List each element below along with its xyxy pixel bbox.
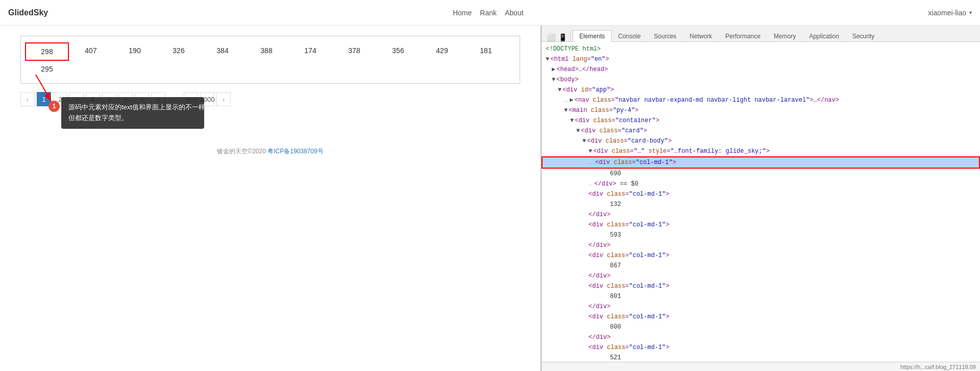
number-cell: 388 <box>244 42 288 61</box>
number-cell: 181 <box>464 42 508 61</box>
html-line: ▼<div class="card"> <box>542 126 980 136</box>
tab-sources[interactable]: Sources <box>647 30 683 42</box>
html-line: 867 <box>542 261 980 271</box>
devtools-panel: ⬜ 📱 Elements Console Sources Network Per… <box>541 26 980 371</box>
brand-logo[interactable]: GlidedSky <box>8 8 48 17</box>
pagination-page-1[interactable]: 1 <box>37 92 51 106</box>
html-line: </div> <box>542 302 980 312</box>
tab-security[interactable]: Security <box>846 30 881 42</box>
numbers-grid: 298 407 190 326 384 388 174 378 356 429 … <box>20 36 520 84</box>
pagination-page-2[interactable]: 2 <box>53 92 67 106</box>
html-line: <div class="col-md-1"> <box>542 189 980 199</box>
html-line: <div class="col-md-1"> <box>542 281 980 291</box>
html-line: …▶<nav class="navbar navbar-expand-md na… <box>542 95 980 105</box>
tab-elements[interactable]: Elements <box>573 30 611 42</box>
main-area: 298 407 190 326 384 388 174 378 356 429 … <box>0 26 980 371</box>
username: xiaomei-liao <box>928 9 966 17</box>
devtools-device-icon[interactable]: 📱 <box>558 33 567 41</box>
nav-links: Home Rank About <box>453 9 524 17</box>
html-line: ▼<div id="app"> <box>542 85 980 95</box>
pagination-page-7[interactable]: 7 <box>135 92 149 106</box>
number-cell: 295 <box>25 61 69 77</box>
tab-network[interactable]: Network <box>683 30 719 42</box>
number-cell: 190 <box>113 42 157 61</box>
devtools-inspect-icon[interactable]: ⬜ <box>547 33 555 41</box>
html-line: ▼<html lang="en"> <box>542 54 980 64</box>
pagination-dots: … <box>167 92 182 106</box>
html-line: </div> <box>542 271 980 281</box>
html-line: ▼<div class="…" style="…font-family: gli… <box>542 146 980 156</box>
page-footer: 镀金的天空©2020 粤ICP备19038709号 <box>20 137 520 166</box>
pagination-prev[interactable]: ‹ <box>20 92 35 106</box>
number-cell-highlighted: 298 <box>25 42 69 61</box>
user-menu[interactable]: xiaomei-liao ▾ <box>928 9 972 17</box>
tab-performance[interactable]: Performance <box>719 30 767 42</box>
html-line: ▼<div class="card-body"> <box>542 136 980 146</box>
tab-application[interactable]: Application <box>802 30 846 42</box>
pagination-page-8[interactable]: 8 <box>151 92 165 106</box>
html-line: <div class="col-md-1"> <box>542 342 980 353</box>
html-line: </div> <box>542 240 980 250</box>
number-cell: 407 <box>69 42 113 61</box>
page-content: 298 407 190 326 384 388 174 378 356 429 … <box>0 26 541 371</box>
html-line-selected[interactable]: …<div class="col-md-1"> <box>542 156 980 169</box>
number-cell: 378 <box>332 42 376 61</box>
devtools-status: https://h...ca/f.blog_271118.09 <box>542 362 980 371</box>
number-cell: 384 <box>201 42 244 61</box>
number-cell: 326 <box>157 42 201 61</box>
html-line: ▼<body> <box>542 75 980 85</box>
devtools-tabs: ⬜ 📱 Elements Console Sources Network Per… <box>542 26 980 42</box>
status-url: https://h...ca/f.blog_271118.09 <box>900 364 976 370</box>
navbar: GlidedSky Home Rank About xiaomei-liao ▾ <box>0 0 980 26</box>
number-cell: 174 <box>288 42 332 61</box>
html-line: ▼<main class="py-4"> <box>542 105 980 115</box>
chevron-down-icon: ▾ <box>969 10 972 15</box>
pagination-next[interactable]: › <box>216 92 231 106</box>
html-line: 800 <box>542 322 980 332</box>
html-line: </div> <box>542 210 980 220</box>
pagination-page-3[interactable]: 3 <box>69 92 84 106</box>
tab-console[interactable]: Console <box>611 30 647 42</box>
left-panel: 298 407 190 326 384 388 174 378 356 429 … <box>0 26 541 371</box>
html-line: ▼<div class="container"> <box>542 115 980 126</box>
tab-memory[interactable]: Memory <box>767 30 802 42</box>
pagination-page-6[interactable]: 6 <box>118 92 133 106</box>
pagination: ‹ 1 2 3 4 5 6 7 8 … 308 1000 › <box>20 92 520 106</box>
nav-home[interactable]: Home <box>453 9 472 17</box>
footer-text: 镀金的天空©2020 <box>217 148 266 155</box>
icp-link[interactable]: 粤ICP备19038709号 <box>267 148 323 155</box>
html-line: <div class="col-md-1"> <box>542 250 980 261</box>
pagination-page-5[interactable]: 5 <box>102 92 116 106</box>
number-cell: 356 <box>376 42 420 61</box>
number-cell: 429 <box>420 42 464 61</box>
pagination-page-4[interactable]: 4 <box>86 92 100 106</box>
html-line: …</div> == $0 <box>542 179 980 189</box>
html-line: </div> <box>542 332 980 342</box>
html-line: 690 <box>542 169 980 179</box>
nav-rank[interactable]: Rank <box>480 9 497 17</box>
nav-about[interactable]: About <box>505 9 524 17</box>
pagination-page-308[interactable]: 308 <box>184 92 198 106</box>
html-line: <!DOCTYPE html> <box>542 44 980 54</box>
html-line: 521 <box>542 353 980 362</box>
html-line: 132 <box>542 199 980 210</box>
html-line: <div class="col-md-1"> <box>542 220 980 230</box>
html-line: 593 <box>542 230 980 240</box>
html-line: 801 <box>542 291 980 302</box>
html-line: ▶<head>…</head> <box>542 64 980 75</box>
devtools-body: <!DOCTYPE html> ▼<html lang="en"> ▶<head… <box>542 42 980 362</box>
pagination-page-1000[interactable]: 1000 <box>200 92 214 106</box>
html-line: <div class="col-md-1"> <box>542 312 980 322</box>
